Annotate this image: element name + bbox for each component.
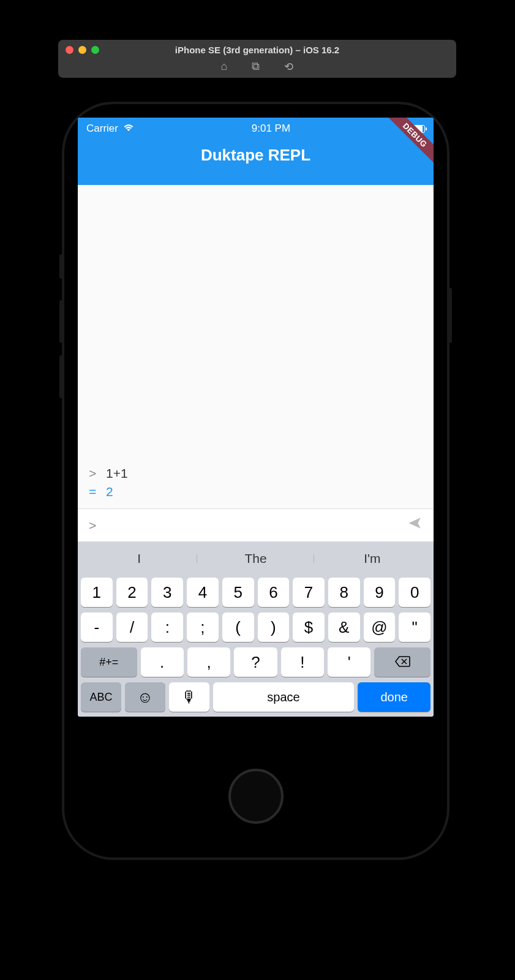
zoom-window-button[interactable] [91, 46, 99, 54]
on-screen-keyboard: I The I'm 1 2 3 4 5 6 7 8 9 0 - / : ; [78, 541, 434, 717]
volume-down-button[interactable] [59, 355, 64, 398]
keyboard-row-1: 1 2 3 4 5 6 7 8 9 0 [81, 578, 430, 607]
key-dollar[interactable]: $ [293, 612, 325, 642]
keyboard-row-3: #+= . , ? ! ' [81, 647, 430, 677]
screenshot-icon[interactable]: ⧉ [252, 60, 260, 74]
repl-input-line: > 1+1 [89, 466, 423, 481]
keyboard-suggestions: I The I'm [81, 545, 430, 572]
key-2[interactable]: 2 [116, 578, 148, 607]
key-colon[interactable]: : [151, 612, 183, 642]
key-backspace[interactable] [374, 647, 430, 677]
repl-output-text: 2 [106, 484, 113, 499]
prompt-symbol: > [89, 466, 96, 480]
key-5[interactable]: 5 [222, 578, 254, 607]
repl-output-area[interactable]: > 1+1 = 2 [78, 185, 434, 508]
microphone-icon: 🎙 [181, 688, 197, 707]
simulator-toolbar: ⌂ ⧉ ⟲ [221, 60, 294, 74]
rotate-icon[interactable]: ⟲ [284, 60, 293, 74]
key-dash[interactable]: - [81, 612, 113, 642]
keyboard-row-4: ABC ☺ 🎙 space done [81, 682, 430, 712]
key-question[interactable]: ? [234, 647, 277, 677]
key-at[interactable]: @ [364, 612, 396, 642]
key-dictation[interactable]: 🎙 [169, 682, 209, 712]
key-7[interactable]: 7 [293, 578, 325, 607]
key-3[interactable]: 3 [151, 578, 183, 607]
key-apostrophe[interactable]: ' [328, 647, 370, 677]
suggestion-1[interactable]: I [81, 551, 197, 566]
key-lparen[interactable]: ( [222, 612, 254, 642]
key-6[interactable]: 6 [258, 578, 290, 607]
simulator-title: iPhone SE (3rd generation) – iOS 16.2 [175, 45, 339, 55]
key-emoji[interactable]: ☺ [125, 682, 165, 712]
key-slash[interactable]: / [116, 612, 148, 642]
key-space[interactable]: space [213, 682, 355, 712]
phone-frame: Carrier 9:01 PM Duktape REPL DEBUG > 1+1… [64, 104, 447, 858]
result-symbol: = [89, 484, 96, 499]
time-label: 9:01 PM [252, 123, 290, 135]
key-1[interactable]: 1 [81, 578, 113, 607]
close-window-button[interactable] [66, 46, 73, 54]
emoji-icon: ☺ [137, 688, 154, 707]
app-title: Duktape REPL [78, 146, 434, 165]
carrier-label: Carrier [86, 123, 118, 135]
phone-screen: Carrier 9:01 PM Duktape REPL DEBUG > 1+1… [78, 118, 434, 717]
power-button[interactable] [447, 288, 452, 343]
wifi-icon [123, 123, 134, 135]
repl-output-line: = 2 [89, 484, 423, 499]
volume-up-button[interactable] [59, 300, 64, 343]
backspace-icon [394, 653, 410, 672]
key-8[interactable]: 8 [328, 578, 360, 607]
home-button[interactable] [228, 769, 284, 824]
keyboard-row-2: - / : ; ( ) $ & @ " [81, 612, 430, 642]
key-4[interactable]: 4 [187, 578, 219, 607]
input-prompt-symbol: > [89, 518, 96, 533]
key-amp[interactable]: & [328, 612, 360, 642]
status-bar: Carrier 9:01 PM [78, 118, 434, 140]
key-symbols-mode[interactable]: #+= [81, 647, 137, 677]
repl-text-input[interactable] [102, 518, 407, 533]
suggestion-3[interactable]: I'm [314, 551, 430, 566]
repl-input-row: > [78, 508, 434, 541]
key-exclaim[interactable]: ! [281, 647, 324, 677]
key-done[interactable]: done [358, 682, 430, 712]
simulator-titlebar: iPhone SE (3rd generation) – iOS 16.2 ⌂ … [58, 40, 456, 78]
window-controls [66, 46, 99, 54]
key-comma[interactable]: , [187, 647, 230, 677]
send-button[interactable] [407, 515, 423, 535]
key-0[interactable]: 0 [399, 578, 430, 607]
key-9[interactable]: 9 [364, 578, 396, 607]
suggestion-2[interactable]: The [197, 551, 314, 566]
key-rparen[interactable]: ) [258, 612, 290, 642]
app-header: Carrier 9:01 PM Duktape REPL DEBUG [78, 118, 434, 185]
key-quote[interactable]: " [399, 612, 430, 642]
key-period[interactable]: . [141, 647, 184, 677]
home-icon[interactable]: ⌂ [221, 60, 228, 74]
repl-input-text: 1+1 [106, 466, 128, 480]
key-semicolon[interactable]: ; [187, 612, 219, 642]
mute-switch[interactable] [59, 254, 64, 279]
minimize-window-button[interactable] [78, 46, 86, 54]
key-abc-mode[interactable]: ABC [81, 682, 121, 712]
